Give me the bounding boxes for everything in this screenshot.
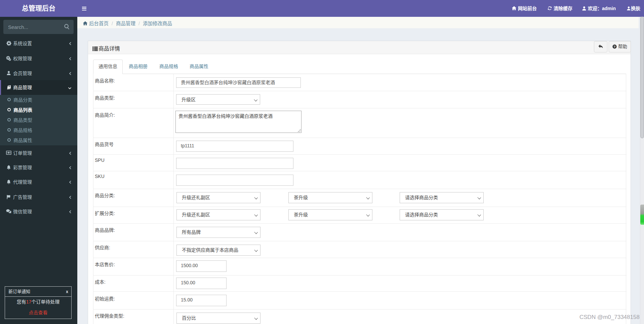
- svg-text:?: ?: [614, 45, 615, 48]
